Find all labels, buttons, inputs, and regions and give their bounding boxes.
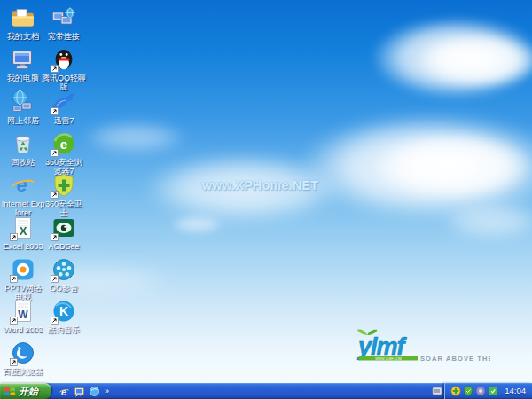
cloud (417, 34, 532, 87)
360-browser-icon: e (51, 130, 77, 157)
xp-desktop-screen: www.XPHome.NET ylmf WWW.YLMF.COM SOAR AB… (0, 0, 532, 399)
desktop-icon-label: QQ影音 (42, 284, 86, 293)
kugou-music-icon: K (51, 298, 77, 325)
thunder-7-icon (51, 89, 77, 115)
desktop-icon-network-places[interactable]: 网上邻居 (1, 89, 45, 125)
start-button-label: 开始 (19, 383, 38, 399)
desktop-icon-kugou-music[interactable]: K酷狗音乐 (42, 298, 86, 334)
qq-light-icon (51, 46, 77, 73)
browser-quick-launch-button[interactable] (89, 386, 100, 397)
desktop-icon-label: 酷狗音乐 (42, 325, 86, 334)
network-places-icon (10, 89, 36, 115)
desktop-icon-pptv[interactable]: PPTV网络电视 (1, 256, 45, 301)
broadband-connection-icon (51, 4, 77, 31)
cloud (170, 215, 223, 233)
browser-quick-launch-icon (89, 386, 100, 397)
desktop-icon-label: 回收站 (1, 158, 45, 167)
svg-text:e: e (60, 136, 67, 151)
minimized-window-button[interactable] (432, 383, 444, 399)
desktop-icon-my-documents[interactable]: 我的文档 (1, 4, 45, 41)
messenger-tray-button[interactable] (475, 386, 486, 396)
my-computer-icon (10, 46, 36, 73)
minimized-window-icon (432, 386, 442, 396)
download-manager-tray-button[interactable] (488, 386, 498, 396)
ie-quick-launch-button[interactable]: e (59, 386, 70, 397)
taskbar-clock[interactable]: 14:04 (500, 383, 528, 399)
desktop-icon-my-computer[interactable]: 我的电脑 (1, 46, 45, 82)
messenger-tray-icon (475, 386, 486, 396)
my-documents-icon (10, 4, 36, 31)
acdsee-icon (51, 215, 77, 241)
desktop-icon-label: 宽带连接 (42, 32, 86, 41)
logo-slogan: SOAR ABOVE THE SKY (420, 355, 490, 363)
watermark: www.XPHome.NET (202, 178, 318, 192)
svg-text:K: K (59, 304, 68, 318)
desktop-icon-label: 迅雷7 (42, 116, 86, 125)
security-shield-tray-button[interactable] (463, 386, 473, 396)
desktop-icon-excel-2003[interactable]: XExcel 2003 (1, 215, 45, 251)
desktop-icon-recycle-bin[interactable]: 回收站 (1, 130, 45, 167)
desktop-icon-broadband-connection[interactable]: 宽带连接 (42, 4, 86, 41)
internet-explorer-icon: e (10, 172, 36, 199)
quick-launch-bar: e (51, 383, 105, 399)
svg-text:X: X (20, 224, 27, 238)
start-button[interactable]: 开始 (0, 383, 51, 399)
system-tray: 14:04 (444, 383, 532, 399)
desktop-icon-acdsee[interactable]: ACDSee (42, 215, 86, 251)
desktop-icon-word-2003[interactable]: WWord 2003 (1, 298, 45, 334)
desktop-icon-label: 网上邻居 (1, 116, 45, 125)
360-safe-tray-icon (450, 386, 461, 396)
desktop-icon-internet-explorer[interactable]: eInternet Explorer (1, 172, 45, 217)
excel-2003-icon: X (10, 215, 36, 241)
cloud (443, 202, 532, 239)
cloud (84, 122, 186, 153)
desktop-icon-label: 我的文档 (1, 32, 45, 41)
desktop-icon-360-safe[interactable]: 360安全卫士 (42, 172, 86, 217)
download-manager-tray-icon (488, 386, 498, 396)
qq-player-icon (51, 256, 77, 283)
taskbar-empty-area (109, 383, 432, 399)
desktop-icon-qq-player[interactable]: QQ影音 (42, 256, 86, 293)
security-shield-tray-icon (463, 386, 473, 396)
ylmf-logo: ylmf WWW.YLMF.COM SOAR ABOVE THE SKY (353, 328, 490, 367)
desktop-icon-label: 百度浏览器 (1, 367, 45, 376)
taskbar: 开始 e » 14:04 (0, 383, 532, 399)
svg-text:e: e (16, 174, 27, 196)
baidu-browser-icon (10, 340, 36, 366)
desktop-icon-360-browser[interactable]: e360安全浏览器7 (42, 130, 86, 176)
ie-quick-launch-icon: e (59, 386, 70, 397)
recycle-bin-icon (10, 130, 36, 157)
desktop-icon-thunder-7[interactable]: 迅雷7 (42, 89, 86, 125)
logo-site-text: WWW.YLMF.COM (375, 357, 402, 361)
desktop-icon-baidu-browser[interactable]: 百度浏览器 (1, 340, 45, 376)
desktop-icon-label: 我的电脑 (1, 74, 45, 82)
word-2003-icon: W (10, 298, 36, 325)
show-desktop-icon (74, 386, 85, 397)
desktop-icon-label: Word 2003 (1, 325, 45, 334)
windows-flag-icon (4, 386, 16, 397)
cloud (372, 133, 532, 200)
360-safe-tray-button[interactable] (450, 386, 461, 396)
svg-text:W: W (18, 309, 28, 321)
svg-text:e: e (61, 387, 66, 397)
desktop-icon-label: Excel 2003 (1, 242, 45, 251)
desktop-icon-label: ACDSee (42, 242, 86, 251)
tray-icons (450, 386, 498, 396)
pptv-icon (10, 256, 36, 283)
360-safe-icon (51, 172, 77, 199)
logo-text: ylmf (356, 333, 408, 360)
desktop-icon-qq-light[interactable]: 腾讯QQ轻聊版 (42, 46, 86, 91)
show-desktop-button[interactable] (74, 386, 85, 397)
